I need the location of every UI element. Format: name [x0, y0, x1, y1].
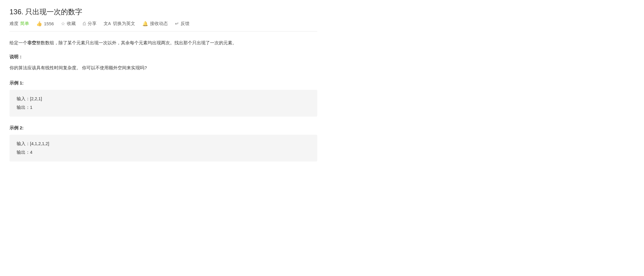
example-1-title: 示例 1:	[10, 79, 317, 87]
example-2-input-value: [4,1,2,1,2]	[30, 141, 49, 146]
example-2-output-label: 输出：	[17, 150, 30, 155]
example-2-output-value: 4	[30, 150, 32, 155]
bell-icon: 🔔	[142, 21, 148, 26]
translate-label: 切换为英文	[113, 21, 135, 26]
collect-label: 收藏	[67, 21, 76, 26]
example-2-output: 输出：4	[17, 148, 310, 157]
difficulty-group: 难度 简单	[10, 21, 29, 26]
share-label: 分享	[88, 21, 97, 26]
translate-icon: 文A	[104, 21, 111, 26]
example-1-box: 输入：[2,2,1] 输出：1	[10, 90, 317, 117]
problem-description: 给定一个非空整数数组，除了某个元素只出现一次以外，其余每个元素均出现两次。找出那…	[10, 39, 317, 47]
note-content: 你的算法应该具有线性时间复杂度。 你可以不使用额外空间来实现吗?	[10, 64, 317, 72]
share-button[interactable]: ⎙ 分享	[83, 21, 97, 26]
example-1-output: 输出：1	[17, 103, 310, 112]
like-count: 1556	[44, 21, 54, 26]
difficulty-value: 简单	[20, 21, 29, 26]
difficulty-label: 难度	[10, 21, 18, 26]
example-2-input-label: 输入：	[17, 141, 30, 146]
toolbar: 难度 简单 👍 1556 ☆ 收藏 ⎙ 分享 文A 切换为英文 🔔 接收动态 ↵…	[10, 21, 317, 32]
example-2-title: 示例 2:	[10, 124, 317, 132]
translate-button[interactable]: 文A 切换为英文	[104, 21, 135, 26]
example-1-input-value: [2,2,1]	[30, 96, 42, 101]
feedback-button[interactable]: ↵ 反馈	[175, 21, 190, 26]
collect-button[interactable]: ☆ 收藏	[61, 21, 76, 26]
feedback-icon: ↵	[175, 21, 179, 26]
notify-button[interactable]: 🔔 接收动态	[142, 21, 168, 26]
feedback-label: 反馈	[181, 21, 190, 26]
note-title: 说明：	[10, 53, 317, 61]
page-title: 136. 只出现一次的数字	[10, 7, 317, 17]
content: 给定一个非空整数数组，除了某个元素只出现一次以外，其余每个元素均出现两次。找出那…	[10, 39, 317, 161]
star-icon: ☆	[61, 21, 65, 26]
example-1-input: 输入：[2,2,1]	[17, 95, 310, 103]
share-icon: ⎙	[83, 21, 86, 26]
example-1-input-label: 输入：	[17, 96, 30, 101]
like-icon: 👍	[36, 21, 42, 26]
example-1-output-label: 输出：	[17, 105, 30, 110]
example-2-input: 输入：[4,1,2,1,2]	[17, 139, 310, 148]
notify-label: 接收动态	[150, 21, 168, 26]
example-2-box: 输入：[4,1,2,1,2] 输出：4	[10, 135, 317, 161]
like-button[interactable]: 👍 1556	[36, 21, 54, 26]
example-1-output-value: 1	[30, 105, 32, 110]
